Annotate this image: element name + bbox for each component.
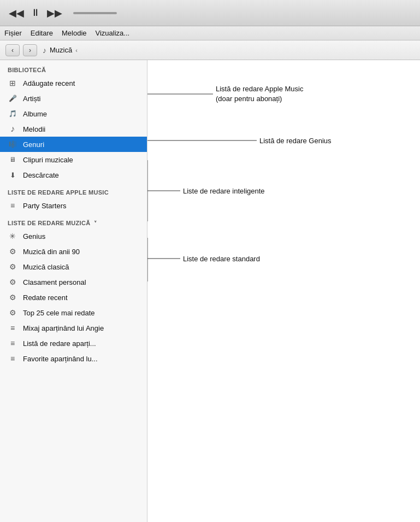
sidebar-label-music-videos: Clipuri muzicale bbox=[23, 156, 73, 164]
sidebar-item-genres[interactable]: Genuri bbox=[0, 137, 147, 152]
forward-button[interactable]: ▶▶ bbox=[47, 7, 62, 19]
menu-editare[interactable]: Editare bbox=[31, 29, 53, 37]
sidebar-label-favorite: Favorite aparținând lu... bbox=[23, 355, 98, 363]
songs-icon bbox=[8, 124, 17, 134]
sidebar-label-top-25: Top 25 cele mai redate bbox=[23, 309, 95, 317]
rewind-button[interactable]: ◀◀ bbox=[9, 7, 24, 19]
nav-bar: ‹ › ♪ Muzică ‹ bbox=[0, 40, 420, 60]
genius-icon bbox=[8, 231, 17, 241]
sidebar-label-redate-recent: Redate recent bbox=[23, 294, 68, 302]
sidebar-item-lista-redare[interactable]: Listă de redare aparți... bbox=[0, 336, 147, 351]
smart-playlist-icon-3 bbox=[8, 277, 17, 287]
library-section-header: Bibliotecă bbox=[0, 60, 147, 75]
sidebar-label-clasament-personal: Clasament personal bbox=[23, 278, 86, 286]
svg-text:Liste de redare inteligente: Liste de redare inteligente bbox=[183, 187, 265, 195]
albums-icon bbox=[8, 109, 17, 119]
svg-text:(doar pentru abonați): (doar pentru abonați) bbox=[216, 95, 282, 103]
smart-playlist-icon-4 bbox=[8, 292, 17, 302]
sidebar-item-mixaj-angie[interactable]: Mixaj aparținând lui Angie bbox=[0, 320, 147, 336]
menu-vizualizare[interactable]: Vizualiza... bbox=[96, 29, 130, 37]
annotations-area: Listă de redare Apple Music (doar pentru… bbox=[147, 60, 420, 522]
sidebar-item-clasament-personal[interactable]: Clasament personal bbox=[0, 274, 147, 290]
sidebar-label-recently-added: Adăugate recent bbox=[23, 79, 75, 87]
svg-text:Listă de redare Genius: Listă de redare Genius bbox=[259, 137, 332, 145]
menu-melodie[interactable]: Melodie bbox=[62, 29, 87, 37]
sidebar-label-lista-redare: Listă de redare aparți... bbox=[23, 339, 96, 348]
sidebar-label-muzica-clasica: Muzică clasică bbox=[23, 263, 69, 271]
nav-chevron-icon: ‹ bbox=[75, 47, 78, 54]
sidebar-item-downloaded[interactable]: Descărcate bbox=[0, 167, 147, 183]
nav-back-button[interactable]: ‹ bbox=[5, 44, 20, 56]
music-note-icon: ♪ bbox=[43, 46, 46, 55]
sidebar-label-songs: Melodii bbox=[23, 125, 45, 133]
svg-text:Liste de redare standard: Liste de redare standard bbox=[183, 255, 260, 263]
playlists-section-toggle[interactable]: Liste de redare muzică ˅ bbox=[8, 220, 139, 226]
apple-music-section-header: Liste de redare Apple Music bbox=[0, 183, 147, 198]
sidebar-item-favorite[interactable]: Favorite aparținând lu... bbox=[0, 351, 147, 366]
annotations-svg: Listă de redare Apple Music (doar pentru… bbox=[147, 60, 420, 522]
sidebar-item-muzica-ani-90[interactable]: Muzică din anii 90 bbox=[0, 244, 147, 259]
nav-title: Muzică bbox=[50, 46, 72, 54]
sidebar-label-muzica-ani-90: Muzică din anii 90 bbox=[23, 248, 80, 256]
music-playlists-section-header[interactable]: Liste de redare muzică ˅ bbox=[0, 213, 147, 228]
playlists-arrow-icon: ˅ bbox=[94, 220, 97, 226]
nav-forward-button[interactable]: › bbox=[23, 44, 37, 56]
playlist-icon-3 bbox=[8, 354, 17, 363]
sidebar-item-albums[interactable]: Albume bbox=[0, 106, 147, 121]
nav-title-area: ♪ Muzică ‹ bbox=[43, 46, 78, 55]
music-playlists-label: Liste de redare muzică bbox=[8, 220, 90, 226]
sidebar-label-party-starters: Party Starters bbox=[23, 202, 66, 210]
sidebar-item-top-25[interactable]: Top 25 cele mai redate bbox=[0, 305, 147, 320]
sidebar-item-muzica-clasica[interactable]: Muzică clasică bbox=[0, 259, 147, 274]
volume-slider[interactable] bbox=[73, 12, 117, 14]
main-layout: Bibliotecă Adăugate recent Artiști Album… bbox=[0, 60, 420, 522]
menu-bar: Fișier Editare Melodie Vizualiza... bbox=[0, 26, 420, 40]
downloaded-icon bbox=[8, 170, 17, 180]
sidebar-item-artists[interactable]: Artiști bbox=[0, 91, 147, 106]
smart-playlist-icon-2 bbox=[8, 262, 17, 272]
smart-playlist-icon-1 bbox=[8, 247, 17, 256]
menu-fisier[interactable]: Fișier bbox=[4, 29, 22, 37]
sidebar-label-genres: Genuri bbox=[23, 140, 44, 149]
sidebar-label-mixaj-angie: Mixaj aparținând lui Angie bbox=[23, 324, 104, 332]
playlist-apple-icon bbox=[8, 201, 17, 210]
sidebar-item-music-videos[interactable]: Clipuri muzicale bbox=[0, 152, 147, 167]
playlist-icon-1 bbox=[8, 323, 17, 333]
sidebar-label-downloaded: Descărcate bbox=[23, 171, 59, 179]
pause-button[interactable]: ⏸ bbox=[31, 7, 40, 19]
sidebar: Bibliotecă Adăugate recent Artiști Album… bbox=[0, 60, 147, 522]
sidebar-label-albums: Albume bbox=[23, 110, 47, 118]
sidebar-item-genius[interactable]: Genius bbox=[0, 228, 147, 244]
sidebar-label-genius: Genius bbox=[23, 232, 45, 241]
genres-icon bbox=[8, 139, 17, 149]
sidebar-item-songs[interactable]: Melodii bbox=[0, 121, 147, 137]
sidebar-item-recently-added[interactable]: Adăugate recent bbox=[0, 75, 147, 91]
artists-icon bbox=[8, 93, 17, 103]
sidebar-item-party-starters[interactable]: Party Starters bbox=[0, 198, 147, 213]
recently-added-icon bbox=[8, 78, 17, 88]
smart-playlist-icon-5 bbox=[8, 308, 17, 318]
music-videos-icon bbox=[8, 155, 17, 165]
svg-text:Listă de redare Apple Music: Listă de redare Apple Music bbox=[216, 85, 304, 93]
transport-bar: ◀◀ ⏸ ▶▶ bbox=[0, 0, 420, 26]
sidebar-item-redate-recent[interactable]: Redate recent bbox=[0, 290, 147, 305]
playlist-icon-2 bbox=[8, 338, 17, 348]
sidebar-label-artists: Artiști bbox=[23, 95, 41, 103]
